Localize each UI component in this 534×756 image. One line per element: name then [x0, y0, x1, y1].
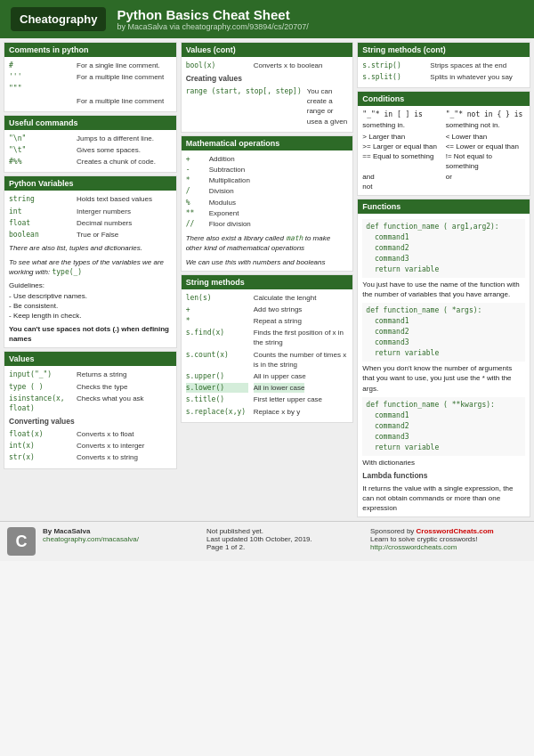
logo: Cheatography	[11, 7, 106, 31]
key: range (start, stop[, step])	[186, 86, 302, 126]
val: True or False	[77, 230, 118, 240]
list-item: + Add two strings	[186, 305, 349, 314]
list-item: == Equal to something != Not equal to so…	[362, 151, 525, 171]
val: Converts x to float	[77, 429, 134, 439]
list-item: s.strip() Strips spaces at the end	[362, 61, 525, 70]
list-item: and or	[362, 172, 525, 182]
key: s.strip()	[362, 61, 425, 70]
symbol: *	[186, 175, 204, 185]
list-item: s.title() First letter upper case	[186, 394, 349, 404]
code-block-1: def function_name ( arg1,arg2): command1…	[362, 219, 525, 278]
header-text: Python Basics Cheat Sheet by MacaSalva v…	[117, 7, 308, 31]
val: Decimal numbers	[77, 218, 132, 228]
section-math-title: Mathematical operations	[182, 136, 353, 150]
section-values-body: input("_") Returns a string type ( ) Che…	[4, 366, 176, 467]
list-item: * Repeat a string	[186, 316, 349, 326]
section-string-methods-title: String methods	[182, 275, 353, 289]
label: Floor division	[209, 219, 251, 229]
val: Converts x to interger	[77, 441, 144, 451]
key: *	[186, 316, 248, 326]
key: s.title()	[186, 394, 248, 404]
val: Creates a chunk of code.	[77, 157, 156, 167]
val: First letter upper case	[254, 394, 322, 404]
list-item: s.split() Splits in whatever you say	[362, 72, 525, 82]
section-functions: Functions def function_name ( arg1,arg2)…	[357, 199, 530, 518]
val: All in upper case	[254, 371, 306, 381]
section-string-cont: String methods (cont) s.strip() Strips s…	[357, 42, 530, 88]
val: Add two strings	[254, 305, 303, 314]
list-item: float(x) Converts x to float	[9, 429, 172, 439]
list-item: string Holds text based values	[9, 194, 172, 204]
list-item: +Addition	[186, 154, 349, 164]
column-2: Values (cont) bool(x) Converts x to bool…	[181, 42, 354, 517]
converting-title: Converting values	[9, 417, 172, 427]
section-variables-title: Python Variables	[4, 176, 176, 191]
footer-sponsor: Sponsored by CrosswordCheats.comLearn to…	[370, 527, 527, 556]
key: str(x)	[9, 452, 71, 462]
list-item: -Subtraction	[186, 165, 349, 175]
section-values: Values input("_") Returns a string type …	[4, 351, 177, 468]
val: Strips spaces at the end	[430, 61, 506, 70]
key: boolean	[9, 230, 71, 240]
val: Checks what you ask	[77, 394, 144, 413]
list-item: ''' For a multiple line comment	[9, 72, 172, 82]
section-conditions: Conditions "_"* in [ ] is something in. …	[357, 91, 530, 196]
label: Subtraction	[209, 165, 245, 175]
functions-note3: With dictionaries	[362, 458, 525, 467]
author-link[interactable]: cheatography.com/macasalva/	[43, 535, 199, 543]
list-item: len(s) Calculate the lenght	[186, 293, 349, 303]
key: s.lower()	[186, 383, 248, 393]
val: Interger numbers	[77, 207, 131, 216]
section-comments-body: # For a single line comment. ''' For a m…	[4, 57, 176, 111]
key: +	[186, 305, 248, 314]
list-item: s.find(x) Finds the first position of x …	[186, 328, 349, 347]
section-useful-title: Useful commands	[4, 116, 176, 130]
label: Addition	[209, 154, 235, 164]
label: Division	[209, 186, 234, 196]
val: Counts the number of times x is in the s…	[254, 350, 349, 370]
key: bool(x)	[186, 61, 248, 70]
sponsor-text: Sponsored by CrosswordCheats.comLearn to…	[370, 527, 527, 551]
list-item: int Interger numbers	[9, 207, 172, 216]
list-item: - Keep length in check.	[9, 311, 172, 321]
list-item: # For a single line comment.	[9, 61, 172, 70]
val: For a multiple line comment	[77, 96, 164, 106]
footer: C By MacaSalva cheatography.com/macasalv…	[0, 521, 534, 561]
section-variables: Python Variables string Holds text based…	[4, 175, 177, 348]
warning: You can't use spaces not dots (.) when d…	[9, 324, 172, 344]
key: float	[9, 218, 71, 228]
section-conditions-title: Conditions	[358, 92, 530, 106]
page-title: Python Basics Cheat Sheet	[117, 7, 308, 22]
section-conditions-body: "_"* in [ ] is something in. "_"* not in…	[358, 106, 530, 195]
key: string	[9, 194, 71, 204]
label: Exponent	[209, 208, 239, 218]
section-values-cont-body: bool(x) Converts x to boolean Creating v…	[182, 57, 353, 132]
list-item: > Larger than < Lower than	[362, 132, 525, 142]
list-item: s.lower() All in lower case	[186, 383, 349, 393]
key: "\n"	[9, 134, 71, 143]
list-item: boolean True or False	[9, 230, 172, 240]
footer-logo: C	[7, 527, 36, 556]
list-item: s.count(x) Counts the number of times x …	[186, 350, 349, 370]
key: #%%	[9, 157, 71, 167]
section-string-cont-title: String methods (cont)	[358, 43, 530, 57]
label: Modulus	[209, 198, 236, 207]
footer-middle-text: Not published yet.Last updated 10th Octo…	[206, 527, 363, 551]
column-1: Comments in python # For a single line c…	[4, 42, 177, 517]
key: """	[9, 84, 71, 93]
main-content: Comments in python # For a single line c…	[0, 38, 534, 521]
section-comments: Comments in python # For a single line c…	[4, 42, 177, 112]
key: len(s)	[186, 293, 248, 303]
list-item: %Modulus	[186, 198, 349, 207]
list-item: int(x) Converts x to interger	[9, 441, 172, 451]
guidelines: - Use descriptive names. - Be consistent…	[9, 291, 172, 321]
list-item: #%% Creates a chunk of code.	[9, 157, 172, 167]
key	[9, 96, 71, 106]
lambda-note: It returns the value with a single expre…	[362, 484, 525, 514]
list-item: bool(x) Converts x to boolean	[186, 61, 349, 70]
section-functions-title: Functions	[358, 199, 530, 214]
symbol: /	[186, 186, 204, 196]
symbol: **	[186, 208, 204, 218]
list-item: "_"* in [ ] is something in. "_"* not in…	[362, 110, 525, 129]
list-item: range (start, stop[, step]) You can crea…	[186, 86, 349, 126]
